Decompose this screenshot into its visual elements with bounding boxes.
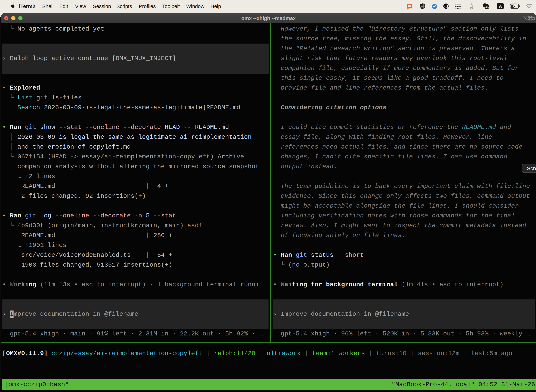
svg-text:A: A: [499, 4, 502, 9]
svg-text:..61: ..61: [485, 5, 489, 8]
svg-text:1: 1: [533, 16, 535, 21]
